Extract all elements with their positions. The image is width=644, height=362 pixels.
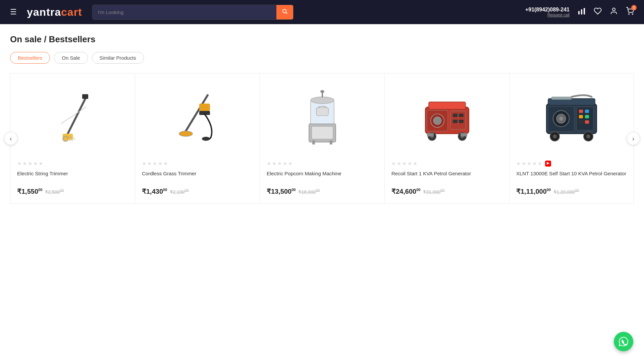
product-stars: ★ ★ ★ ★ ★ xyxy=(17,161,128,167)
svg-point-7 xyxy=(632,14,633,14)
product-card[interactable]: ★ ★ ★ ★ ★ Electric String Trimmer ₹1,550… xyxy=(10,73,135,204)
contact-info: +91(8942)089-241 Request call xyxy=(525,7,570,17)
svg-point-61 xyxy=(586,134,590,138)
tab-similar-products[interactable]: Similar Products xyxy=(92,52,144,64)
svg-rect-11 xyxy=(82,94,88,99)
original-price: ₹1,20,00000 xyxy=(553,188,579,195)
svg-point-28 xyxy=(320,90,324,93)
price-row: ₹1,55000 ₹2,50000 xyxy=(17,187,128,195)
product-name: Cordless Grass Trimmer xyxy=(142,170,253,183)
product-card[interactable]: ★ ★ ★ ★ ★ Cordless Grass Trimmer ₹1,4300… xyxy=(135,73,260,204)
original-price: ₹18,00000 xyxy=(298,188,320,195)
svg-point-6 xyxy=(629,14,629,14)
svg-rect-52 xyxy=(579,120,583,124)
product-image xyxy=(417,87,477,147)
product-name: Electric String Trimmer xyxy=(17,170,128,183)
product-stars: ★ ★ ★ ★ ★ xyxy=(142,161,253,167)
carousel-next-button[interactable]: › xyxy=(627,132,640,145)
products-grid: ★ ★ ★ ★ ★ Electric String Trimmer ₹1,550… xyxy=(10,73,634,204)
header-right: +91(8942)089-241 Request call xyxy=(525,7,634,17)
price-row: ₹24,60000 ₹31,00000 xyxy=(391,187,502,195)
cart-count-badge: 0 xyxy=(631,5,637,10)
phone-number: +91(8942)089-241 xyxy=(525,7,570,13)
svg-rect-62 xyxy=(551,97,572,100)
svg-rect-53 xyxy=(585,120,589,124)
svg-rect-30 xyxy=(429,102,466,109)
logo[interactable]: yantracart xyxy=(27,6,82,18)
product-stars: ★ ★ ★ ★ ★ xyxy=(267,161,378,167)
menu-icon[interactable]: ☰ xyxy=(10,8,17,16)
main-content: On sale / Bestsellers Bestsellers On Sal… xyxy=(0,24,644,362)
search-button[interactable] xyxy=(276,5,293,19)
whatsapp-fab-button[interactable] xyxy=(614,332,633,351)
svg-point-5 xyxy=(612,8,615,11)
tab-on-sale[interactable]: On Sale xyxy=(54,52,88,64)
tab-bestsellers[interactable]: Bestsellers xyxy=(10,52,50,64)
product-image-wrapper xyxy=(516,80,627,154)
youtube-badge: ▶ xyxy=(545,161,551,167)
page-title: On sale / Bestsellers xyxy=(10,34,634,45)
svg-rect-51 xyxy=(585,115,589,118)
header: ☰ yantracart +91(8942)089-241 Request ca… xyxy=(0,0,644,24)
price-row: ₹13,50000 ₹18,00000 xyxy=(267,187,378,195)
product-image-wrapper xyxy=(267,80,378,154)
product-stars: ★ ★ ★ ★ ★ ▶ xyxy=(516,161,627,167)
svg-rect-32 xyxy=(453,114,458,117)
svg-line-1 xyxy=(286,12,287,14)
svg-rect-49 xyxy=(585,110,589,113)
svg-rect-3 xyxy=(581,9,582,14)
current-price: ₹1,43000 xyxy=(142,187,167,195)
product-name: Electric Popcorn Making Machine xyxy=(267,170,378,183)
svg-rect-33 xyxy=(459,114,464,117)
svg-rect-24 xyxy=(316,108,328,116)
svg-rect-35 xyxy=(459,120,464,123)
svg-rect-48 xyxy=(579,110,583,113)
account-icon[interactable] xyxy=(610,7,618,17)
svg-rect-2 xyxy=(578,11,580,14)
current-price: ₹1,55000 xyxy=(17,187,42,195)
tabs-container: Bestsellers On Sale Similar Products xyxy=(10,52,634,64)
current-price: ₹1,11,00000 xyxy=(516,187,551,195)
carousel-prev-button[interactable]: ‹ xyxy=(4,132,17,145)
product-image-wrapper xyxy=(142,80,253,154)
svg-rect-15 xyxy=(199,104,210,111)
whatsapp-icon xyxy=(618,336,629,347)
product-stars: ★ ★ ★ ★ ★ xyxy=(391,161,502,167)
request-call-link[interactable]: Request call xyxy=(525,13,570,17)
product-image xyxy=(167,87,228,147)
product-card[interactable]: ★ ★ ★ ★ ★ Recoil Start 1 KVA Petrol Gene… xyxy=(384,73,509,204)
product-card[interactable]: ★ ★ ★ ★ ★ ▶ XLNT 13000E Self Start 10 KV… xyxy=(509,73,634,204)
product-image xyxy=(541,87,602,147)
svg-rect-43 xyxy=(427,133,434,136)
svg-point-17 xyxy=(202,137,210,141)
current-price: ₹13,50000 xyxy=(267,187,296,195)
search-bar xyxy=(92,5,293,20)
svg-point-0 xyxy=(283,9,286,13)
svg-rect-4 xyxy=(584,8,585,14)
original-price: ₹2,50000 xyxy=(45,188,64,195)
svg-rect-25 xyxy=(312,140,315,144)
analytics-icon[interactable] xyxy=(578,7,586,17)
svg-line-8 xyxy=(66,97,86,137)
svg-point-60 xyxy=(553,134,557,138)
svg-rect-26 xyxy=(330,140,332,144)
price-row: ₹1,43000 ₹2,10000 xyxy=(142,187,253,195)
search-input[interactable] xyxy=(93,6,276,18)
search-icon xyxy=(282,8,288,14)
price-row: ₹1,11,00000 ₹1,20,00000 xyxy=(516,187,627,195)
product-card[interactable]: ★ ★ ★ ★ ★ Electric Popcorn Making Machin… xyxy=(260,73,384,204)
original-price: ₹31,00000 xyxy=(423,188,444,195)
svg-rect-20 xyxy=(312,126,333,139)
svg-rect-44 xyxy=(461,133,467,136)
product-name: XLNT 13000E Self Start 10 KVA Petrol Gen… xyxy=(516,170,627,183)
product-image xyxy=(292,87,353,147)
svg-rect-34 xyxy=(453,120,458,123)
product-name: Recoil Start 1 KVA Petrol Generator xyxy=(391,170,502,183)
svg-point-38 xyxy=(433,117,441,125)
svg-point-18 xyxy=(179,131,193,136)
product-image xyxy=(43,87,103,147)
svg-rect-50 xyxy=(579,115,583,118)
wishlist-icon[interactable] xyxy=(594,7,602,17)
cart-icon[interactable]: 0 xyxy=(626,7,634,17)
original-price: ₹2,10000 xyxy=(170,188,189,195)
